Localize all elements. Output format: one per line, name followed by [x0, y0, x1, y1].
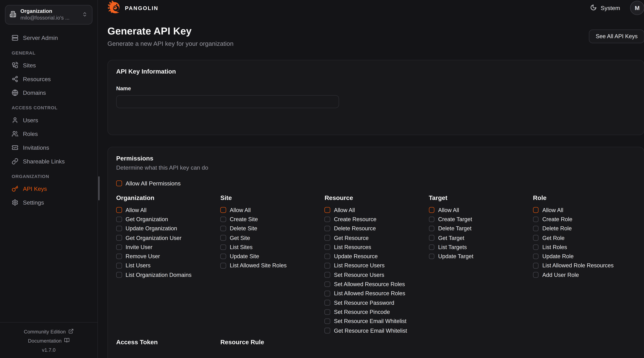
checkbox-icon[interactable]: [429, 226, 434, 231]
checkbox-icon[interactable]: [429, 235, 434, 241]
checkbox-icon[interactable]: [116, 263, 122, 269]
allow-all-permissions-row[interactable]: Allow All Permissions: [116, 180, 636, 187]
permission-checkbox-row[interactable]: Create Role: [533, 215, 636, 224]
sidebar-item-invitations[interactable]: Invitations: [0, 141, 98, 154]
checkbox-icon[interactable]: [324, 281, 330, 287]
permission-checkbox-row[interactable]: List Sites: [220, 242, 323, 252]
checkbox-icon[interactable]: [116, 254, 122, 259]
checkbox-icon[interactable]: [533, 272, 539, 278]
checkbox-icon[interactable]: [116, 216, 122, 222]
checkbox-icon[interactable]: [324, 328, 330, 334]
checkbox-icon[interactable]: [324, 235, 330, 241]
permission-checkbox-row[interactable]: Create Site: [220, 215, 323, 224]
checkbox-icon[interactable]: [220, 235, 226, 241]
checkbox-icon[interactable]: [533, 216, 539, 222]
name-input[interactable]: [116, 95, 339, 108]
permission-checkbox-row[interactable]: Get Resource Email Whitelist: [324, 326, 427, 335]
permission-checkbox-row[interactable]: Set Resource Email Whitelist: [324, 317, 427, 326]
sidebar-scrollbar-thumb[interactable]: [98, 176, 100, 200]
permission-checkbox-row[interactable]: Create Target: [429, 215, 531, 224]
checkbox-icon[interactable]: [220, 244, 226, 250]
permission-checkbox-row[interactable]: Allow All: [116, 205, 219, 215]
permission-checkbox-row[interactable]: List Organization Domains: [116, 270, 219, 280]
permission-checkbox-row[interactable]: Get Target: [429, 233, 531, 242]
checkbox-icon[interactable]: [220, 207, 226, 213]
permission-checkbox-row[interactable]: List Allowed Resource Roles: [324, 289, 427, 298]
permission-checkbox-row[interactable]: Update Site: [220, 252, 323, 261]
permission-checkbox-row[interactable]: Remove User: [116, 252, 219, 261]
permission-checkbox-row[interactable]: Delete Role: [533, 224, 636, 233]
checkbox-icon[interactable]: [116, 180, 122, 186]
permission-checkbox-row[interactable]: List Resource Users: [324, 261, 427, 270]
permission-checkbox-row[interactable]: List Resources: [324, 242, 427, 252]
sidebar-item-roles[interactable]: Roles: [0, 127, 98, 141]
permission-checkbox-row[interactable]: List Allowed Role Resources: [533, 261, 636, 270]
checkbox-icon[interactable]: [324, 254, 330, 259]
permission-checkbox-row[interactable]: Update Role: [533, 252, 636, 261]
checkbox-icon[interactable]: [116, 226, 122, 231]
checkbox-icon[interactable]: [324, 309, 330, 315]
checkbox-icon[interactable]: [116, 235, 122, 241]
permission-checkbox-row[interactable]: Allow All: [429, 205, 531, 215]
checkbox-icon[interactable]: [220, 226, 226, 231]
permission-checkbox-row[interactable]: List Allowed Site Roles: [220, 261, 323, 270]
sidebar-item-sites[interactable]: Sites: [0, 58, 98, 72]
checkbox-icon[interactable]: [533, 226, 539, 231]
checkbox-icon[interactable]: [533, 235, 539, 241]
documentation-link[interactable]: Documentation: [28, 337, 70, 345]
checkbox-icon[interactable]: [429, 207, 434, 213]
checkbox-icon[interactable]: [220, 263, 226, 269]
permission-checkbox-row[interactable]: Set Allowed Resource Roles: [324, 280, 427, 289]
permission-checkbox-row[interactable]: List Users: [116, 261, 219, 270]
sidebar-item-resources[interactable]: Resources: [0, 72, 98, 86]
see-all-api-keys-button[interactable]: See All API Keys: [589, 29, 644, 43]
permission-checkbox-row[interactable]: Delete Site: [220, 224, 323, 233]
permission-checkbox-row[interactable]: Delete Resource: [324, 224, 427, 233]
permission-checkbox-row[interactable]: Get Role: [533, 233, 636, 242]
checkbox-icon[interactable]: [324, 226, 330, 231]
checkbox-icon[interactable]: [533, 207, 539, 213]
checkbox-icon[interactable]: [324, 263, 330, 269]
checkbox-icon[interactable]: [324, 291, 330, 296]
permission-checkbox-row[interactable]: Update Target: [429, 252, 531, 261]
org-switcher[interactable]: Organization milo@fossorial.io's ...: [5, 5, 92, 24]
checkbox-icon[interactable]: [324, 272, 330, 278]
checkbox-icon[interactable]: [429, 254, 434, 259]
theme-toggle-button[interactable]: System: [588, 3, 622, 12]
checkbox-icon[interactable]: [533, 263, 539, 269]
checkbox-icon[interactable]: [324, 319, 330, 324]
community-edition-link[interactable]: Community Edition: [24, 328, 74, 336]
permission-checkbox-row[interactable]: Invite User: [116, 242, 219, 252]
checkbox-icon[interactable]: [220, 216, 226, 222]
sidebar-item-shareable-links[interactable]: Shareable Links: [0, 154, 98, 168]
permission-checkbox-row[interactable]: Get Organization User: [116, 233, 219, 242]
sidebar-item-domains[interactable]: Domains: [0, 86, 98, 99]
sidebar-item-api-keys[interactable]: API Keys: [0, 182, 98, 195]
checkbox-icon[interactable]: [220, 254, 226, 259]
permission-checkbox-row[interactable]: Set Resource Pincode: [324, 307, 427, 317]
checkbox-icon[interactable]: [429, 216, 434, 222]
checkbox-icon[interactable]: [533, 244, 539, 250]
sidebar-item-server-admin[interactable]: Server Admin: [0, 31, 98, 44]
checkbox-icon[interactable]: [324, 300, 330, 306]
checkbox-icon[interactable]: [116, 272, 122, 278]
permission-checkbox-row[interactable]: Update Organization: [116, 224, 219, 233]
permission-checkbox-row[interactable]: Create Resource: [324, 215, 427, 224]
permission-checkbox-row[interactable]: List Targets: [429, 242, 531, 252]
checkbox-icon[interactable]: [533, 254, 539, 259]
permission-checkbox-row[interactable]: Allow All: [220, 205, 323, 215]
permission-checkbox-row[interactable]: Allow All: [324, 205, 427, 215]
checkbox-icon[interactable]: [324, 207, 330, 213]
permission-checkbox-row[interactable]: Get Organization: [116, 215, 219, 224]
checkbox-icon[interactable]: [116, 244, 122, 250]
checkbox-icon[interactable]: [324, 244, 330, 250]
checkbox-icon[interactable]: [429, 244, 434, 250]
permission-checkbox-row[interactable]: Get Site: [220, 233, 323, 242]
sidebar-item-settings[interactable]: Settings: [0, 195, 98, 209]
permission-checkbox-row[interactable]: Allow All: [533, 205, 636, 215]
permission-checkbox-row[interactable]: Delete Target: [429, 224, 531, 233]
avatar[interactable]: M: [630, 1, 644, 15]
permission-checkbox-row[interactable]: Get Resource: [324, 233, 427, 242]
permission-checkbox-row[interactable]: Set Resource Password: [324, 298, 427, 307]
checkbox-icon[interactable]: [116, 207, 122, 213]
